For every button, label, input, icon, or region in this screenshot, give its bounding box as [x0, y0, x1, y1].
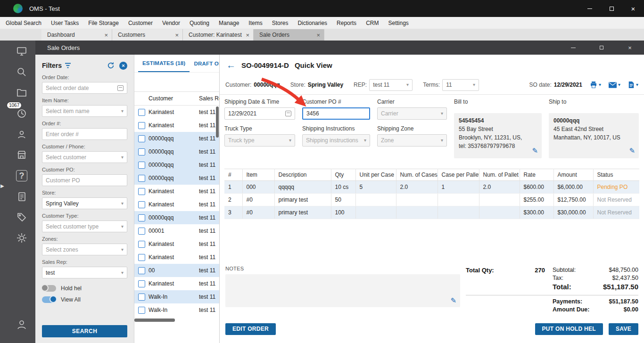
vertical-scrollbar[interactable]	[216, 106, 219, 336]
row-checkbox[interactable]	[138, 175, 145, 182]
order-row[interactable]: 00000qqqtest 11	[134, 172, 219, 185]
inner-close-button[interactable]: ×	[616, 41, 644, 55]
tab-close-icon[interactable]: ×	[104, 32, 108, 39]
menu-item-crm[interactable]: CRM	[361, 17, 383, 29]
row-checkbox[interactable]	[138, 214, 145, 221]
carrier-select[interactable]: Carrier▾	[377, 107, 447, 120]
close-button[interactable]: ×	[622, 0, 644, 17]
notes-box[interactable]: ✎	[225, 274, 460, 307]
filter-select-customer-phone[interactable]: Select customer▾	[42, 151, 127, 163]
order-row[interactable]: Karinatesttest 11	[134, 119, 219, 132]
order-row[interactable]: 00000qqqtest 11	[134, 158, 219, 172]
order-row[interactable]: Walk-Intest 11	[134, 303, 219, 317]
column-header-salesrep[interactable]: Sales Rep	[199, 95, 219, 102]
clear-filters-button[interactable]: ×	[119, 62, 127, 70]
order-row[interactable]: Karinatesttest 11	[134, 198, 219, 211]
filter-select-customer-type[interactable]: Select customer type▾	[42, 220, 127, 232]
tab-customer-karinatest[interactable]: Customer: Karinatest×	[183, 29, 254, 41]
rep-select[interactable]: test 11▾	[369, 79, 413, 91]
order-row[interactable]: Karinatesttest 11	[134, 251, 219, 264]
row-checkbox[interactable]	[138, 267, 145, 274]
menu-item-quoting[interactable]: Quoting	[185, 17, 214, 29]
dashboard-icon[interactable]	[15, 44, 29, 58]
orders-tab-draft-ord[interactable]: DRAFT ORD	[190, 55, 219, 72]
row-checkbox[interactable]	[138, 135, 145, 142]
row-checkbox[interactable]	[138, 254, 145, 261]
row-checkbox[interactable]	[138, 201, 145, 208]
row-checkbox[interactable]	[138, 148, 145, 155]
contacts-icon[interactable]	[15, 127, 29, 141]
menu-item-reports[interactable]: Reports	[332, 17, 361, 29]
row-checkbox[interactable]	[138, 188, 145, 195]
order-row[interactable]: 00000qqqtest 11	[134, 211, 219, 224]
shipping-date-input[interactable]: 12/29/2021	[224, 107, 295, 120]
order-row[interactable]: Karinatesttest 11	[134, 277, 219, 290]
toggle-switch[interactable]	[42, 285, 56, 292]
history-icon[interactable]: 1067	[15, 106, 29, 121]
edit-ship-to-icon[interactable]: ✎	[629, 146, 635, 156]
export-document-button[interactable]: ▾	[628, 81, 638, 89]
menu-item-vendor[interactable]: Vendor	[157, 17, 185, 29]
edit-bill-to-icon[interactable]: ✎	[532, 146, 538, 156]
item-row[interactable]: 2#0primary test50$255.00$12,750.00Not Re…	[224, 194, 639, 206]
order-row[interactable]: 00test 11	[134, 264, 219, 277]
menu-item-stores[interactable]: Stores	[267, 17, 293, 29]
row-checkbox[interactable]	[138, 241, 145, 248]
order-row[interactable]: 00000qqqtest 11	[134, 132, 219, 145]
terms-select[interactable]: 11▾	[442, 79, 479, 91]
filter-text-order[interactable]: Enter order #	[42, 128, 127, 140]
toggle-view-all[interactable]: View All	[42, 296, 127, 303]
order-row[interactable]: 00000qqqtest 11	[134, 145, 219, 158]
email-button[interactable]: ▾	[609, 82, 620, 88]
tab-close-icon[interactable]: ×	[246, 32, 249, 39]
shipping-instructions-select[interactable]: Shipping instructions▾	[302, 134, 370, 147]
filter-select-item-name[interactable]: Select item name▾	[42, 105, 127, 117]
order-row[interactable]: 00001test 11	[134, 224, 219, 237]
tab-close-icon[interactable]: ×	[316, 32, 320, 39]
order-row[interactable]: Karinatesttest 11	[134, 106, 219, 119]
menu-item-items[interactable]: Items	[244, 17, 267, 29]
order-row[interactable]: Karinatesttest 11	[134, 185, 219, 198]
scrollbar-thumb[interactable]	[134, 318, 175, 322]
toggle-switch[interactable]	[42, 296, 56, 303]
menu-item-customer[interactable]: Customer	[124, 17, 157, 29]
column-header-customer[interactable]: Customer	[149, 95, 199, 102]
refresh-icon[interactable]	[107, 62, 115, 69]
menu-item-dictionaries[interactable]: Dictionaries	[293, 17, 332, 29]
row-checkbox[interactable]	[138, 280, 145, 287]
horizontal-scrollbar[interactable]	[134, 318, 219, 322]
row-checkbox[interactable]	[138, 109, 145, 116]
back-icon[interactable]: ←	[226, 60, 236, 71]
row-checkbox[interactable]	[138, 307, 145, 314]
tab-dashboard[interactable]: Dashboard×	[41, 29, 112, 41]
tab-close-icon[interactable]: ×	[175, 32, 179, 39]
row-checkbox[interactable]	[138, 228, 145, 235]
tab-customers[interactable]: Customers×	[112, 29, 183, 41]
orders-tab-estimates-18[interactable]: ESTIMATES (18)	[138, 55, 190, 72]
filter-select-store[interactable]: Spring Valley▾	[42, 197, 127, 209]
inner-minimize-button[interactable]	[559, 41, 587, 55]
put-on-hold-button[interactable]: PUT ON HOLD HEL	[535, 323, 603, 335]
truck-type-select[interactable]: Truck type▾	[224, 134, 295, 147]
print-button[interactable]: ▾	[590, 81, 601, 89]
edit-order-button[interactable]: EDIT ORDER	[225, 323, 276, 335]
filter-select-sales-rep[interactable]: test▾	[42, 267, 127, 278]
expand-panel-arrow[interactable]: ▶	[0, 183, 4, 188]
edit-notes-icon[interactable]: ✎	[450, 296, 456, 305]
tags-icon[interactable]	[15, 210, 29, 224]
menu-item-global-search[interactable]: Global Search	[1, 17, 46, 29]
shipping-zone-select[interactable]: Zone▾	[377, 134, 447, 147]
search-button[interactable]: SEARCH	[42, 325, 127, 337]
tasks-icon[interactable]	[15, 189, 29, 204]
filter-date-order-date[interactable]: Select order date	[42, 82, 127, 94]
filter-select-zones[interactable]: Select zones▾	[42, 244, 127, 255]
search-icon[interactable]	[15, 65, 29, 79]
row-checkbox[interactable]	[138, 162, 145, 169]
inner-restore-button[interactable]	[587, 41, 616, 55]
item-row[interactable]: 3#0primary test100$300.00$30,000.00Not R…	[224, 206, 639, 219]
menu-item-manage[interactable]: Manage	[214, 17, 244, 29]
settings-icon[interactable]	[15, 231, 29, 245]
help-icon[interactable]: ?	[15, 169, 29, 183]
menu-item-user-tasks[interactable]: User Tasks	[46, 17, 83, 29]
row-checkbox[interactable]	[138, 294, 145, 301]
